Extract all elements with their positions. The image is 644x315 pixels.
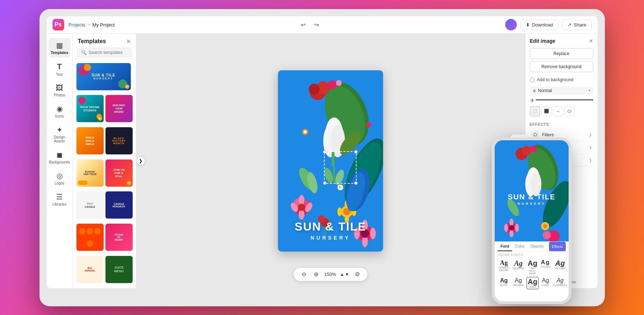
font-tab-font[interactable]: Font: [498, 242, 512, 251]
sidebar-item-templates[interactable]: ▦ Templates: [49, 38, 70, 58]
font-item[interactable]: Ag IMPERVIA: [512, 259, 525, 275]
font-tab-color[interactable]: Color: [512, 242, 527, 251]
resize-handle-tl[interactable]: [323, 150, 327, 154]
expand-panel-button[interactable]: ❯: [136, 157, 145, 165]
filters-label: Filters: [542, 132, 554, 137]
breadcrumb: Projects > My Project: [68, 22, 115, 28]
font-tab-effects[interactable]: Effects: [549, 242, 566, 251]
app-logo: Ps: [53, 19, 64, 30]
mini-tool-2[interactable]: ⬛: [541, 106, 552, 116]
canvas-text-area: SUN & TILE NURSERY: [278, 220, 383, 251]
template-thumb[interactable]: SALE CASALE: [76, 191, 104, 219]
svg-point-23: [299, 210, 304, 220]
svg-point-70: [543, 231, 551, 239]
replace-button[interactable]: Replace: [530, 48, 593, 59]
sidebar-item-photos[interactable]: 🖼 Photos: [49, 81, 70, 100]
blend-mode-select[interactable]: ◈ Normal ▾: [530, 87, 593, 95]
font-preview: Ag: [500, 260, 508, 266]
zoom-out-button[interactable]: ⊖: [299, 270, 308, 279]
selection-box[interactable]: ↻: [324, 151, 357, 184]
template-thumb[interactable]: BUILDING YOUR BRAND: [105, 95, 133, 122]
canvas-main-text[interactable]: SUN & TILE: [278, 220, 383, 233]
canvas-sub-text[interactable]: NURSERY: [278, 235, 383, 241]
font-item[interactable]: Ag CHARLE-MAGNE: [498, 259, 510, 275]
svg-point-26: [337, 207, 342, 216]
edit-panel-close-button[interactable]: ✕: [589, 38, 593, 44]
edit-panel-title: Edit image: [530, 38, 556, 44]
font-item-selected[interactable]: Ag TRALP: [527, 277, 539, 289]
sidebar-item-icons[interactable]: ◉ Icons: [49, 101, 70, 121]
font-item[interactable]: Ag TROVER: [553, 259, 568, 275]
font-preview: Ag: [528, 278, 537, 285]
share-button[interactable]: ↗ Share: [562, 20, 592, 30]
font-tab-opacity[interactable]: Opacity: [527, 242, 547, 251]
add-to-background-row: Add to background: [530, 77, 593, 82]
svg-point-44: [366, 122, 371, 127]
photos-icon: 🖼: [56, 84, 63, 92]
sidebar-item-design-assets[interactable]: ✦ Design Assets: [49, 123, 70, 146]
edit-panel-header: Edit image ✕: [530, 38, 593, 44]
blur-arrow: ❯: [589, 158, 592, 162]
sidebar-item-libraries[interactable]: ☰ Libraries: [49, 190, 70, 209]
svg-text:SUN & TILE: SUN & TILE: [508, 193, 556, 201]
template-thumb[interactable]: BIGANNUAL: [76, 256, 104, 283]
mini-tool-3[interactable]: ↔: [553, 106, 563, 116]
resize-handle-br[interactable]: [354, 181, 358, 185]
font-preview: Ag: [541, 260, 550, 265]
sidebar-label-photos: Photos: [54, 93, 65, 97]
font-item[interactable]: Ag TITLING: [540, 259, 551, 275]
resize-handle-tr[interactable]: [354, 150, 358, 154]
font-item[interactable]: Ag BLOO: [498, 277, 510, 289]
template-thumb[interactable]: JUICEMENU: [105, 256, 133, 283]
mini-tool-4[interactable]: Cr: [565, 106, 575, 116]
svg-point-53: [530, 145, 537, 152]
zoom-up-arrow[interactable]: ▲: [340, 272, 344, 277]
rotate-handle[interactable]: ↻: [337, 185, 343, 190]
undo-button[interactable]: ↩: [299, 20, 308, 30]
mini-tool-1[interactable]: ⬚: [530, 106, 540, 116]
zoom-in-button[interactable]: ⊕: [312, 270, 320, 279]
opacity-slider[interactable]: [536, 99, 593, 100]
template-thumb[interactable]: SUN & TILE NURSERY ⭐: [76, 63, 131, 90]
thumb-badge: ⭐: [127, 181, 131, 185]
template-thumb[interactable]: SMILESMILESMILE: [76, 127, 104, 154]
font-name: TITLING: [541, 266, 550, 268]
template-thumb[interactable]: PACK HOUSE STUDIOS ⭐: [76, 95, 104, 122]
template-thumb[interactable]: CASALEHOSSACK: [105, 191, 133, 219]
sidebar-item-logos[interactable]: ◎ Logos: [49, 169, 70, 188]
svg-text:NURSERY: NURSERY: [518, 202, 545, 206]
templates-grid: SUN & TILE NURSERY ⭐: [73, 61, 136, 288]
template-thumb[interactable]: JOIN USFOR APO•L ⭐: [105, 159, 133, 187]
download-button[interactable]: ⬇ Download: [520, 20, 558, 30]
search-input[interactable]: [89, 50, 128, 55]
template-thumb[interactable]: YOUNGATHEART: [105, 224, 133, 251]
resize-handle-bl[interactable]: [323, 181, 327, 185]
template-thumb[interactable]: [76, 224, 104, 251]
panel-header: Templates ✕: [73, 34, 136, 48]
remove-background-button[interactable]: Remove background: [530, 61, 593, 72]
template-thumb[interactable]: SummerVAN TOUR: [76, 159, 104, 187]
share-label: Share: [574, 22, 586, 28]
font-item[interactable]: Ag INK BLOT NOIR: [527, 259, 539, 275]
template-thumb[interactable]: BLACKHISTORYMONTH: [105, 127, 133, 154]
svg-point-52: [522, 146, 531, 155]
redo-button[interactable]: ↪: [312, 20, 321, 30]
sidebar-item-text[interactable]: T Text: [49, 59, 70, 79]
panel-title: Templates: [78, 38, 106, 45]
add-to-bg-checkbox[interactable]: [530, 77, 535, 82]
font-item[interactable]: Ag LINER: [540, 277, 551, 289]
user-avatar[interactable]: [505, 19, 517, 30]
effects-section-title: Effects: [530, 122, 593, 127]
sidebar-item-backgrounds[interactable]: ◼ Backgrounds: [49, 148, 70, 167]
font-name: FLAMBEAU: [553, 284, 567, 286]
zoom-settings-button[interactable]: ⚙: [353, 270, 362, 279]
breadcrumb-current: My Project: [92, 22, 115, 28]
font-section-label: ADOBE FONTS: [495, 252, 569, 257]
zoom-down-arrow[interactable]: ▼: [345, 272, 349, 277]
panel-close-button[interactable]: ✕: [126, 38, 131, 45]
breadcrumb-parent[interactable]: Projects: [68, 22, 86, 28]
blend-icon: ◈: [533, 88, 536, 93]
font-item[interactable]: Ag FLAMBEAU: [553, 277, 568, 289]
font-item[interactable]: Ag MALAKAI: [512, 277, 525, 289]
enhancements-arrow: ❯: [589, 145, 592, 149]
